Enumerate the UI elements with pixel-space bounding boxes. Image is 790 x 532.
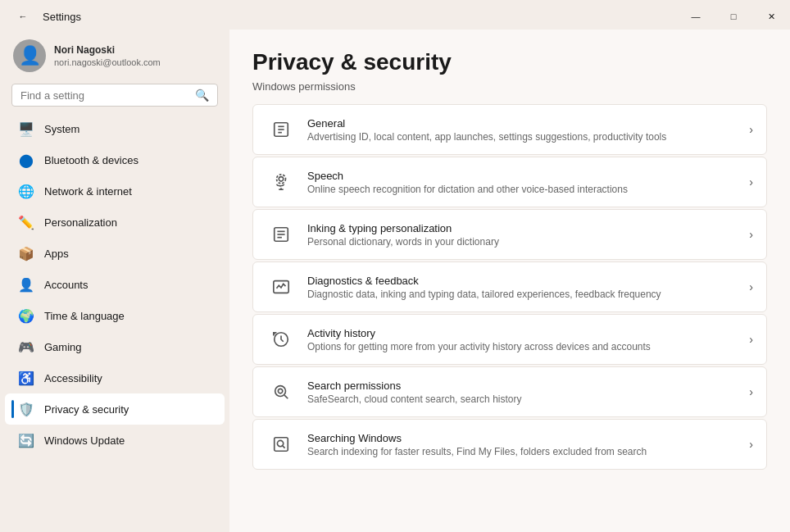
sidebar-nav: 🖥️ System ⬤ Bluetooth & devices 🌐 Networ… bbox=[0, 113, 229, 456]
activity-text: Activity history Options for getting mor… bbox=[307, 327, 738, 352]
general-desc: Advertising ID, local content, app launc… bbox=[307, 131, 738, 143]
diagnostics-title: Diagnostics & feedback bbox=[307, 275, 738, 287]
sidebar-item-accounts[interactable]: 👤 Accounts bbox=[5, 269, 225, 300]
sidebar: 👤 Nori Nagoski nori.nagoski@outlook.com … bbox=[0, 30, 229, 532]
sidebar-item-label: Accessibility bbox=[44, 372, 102, 384]
sidebar-item-apps[interactable]: 📦 Apps bbox=[5, 238, 225, 269]
settings-item-general[interactable]: General Advertising ID, local content, a… bbox=[252, 104, 767, 155]
avatar: 👤 bbox=[13, 39, 46, 72]
apps-icon: 📦 bbox=[18, 245, 34, 261]
update-icon: 🔄 bbox=[18, 432, 34, 448]
svg-rect-18 bbox=[275, 438, 288, 452]
section-label: Windows permissions bbox=[252, 80, 767, 93]
network-icon: 🌐 bbox=[18, 183, 34, 199]
maximize-button[interactable]: □ bbox=[715, 2, 752, 31]
time-icon: 🌍 bbox=[18, 307, 34, 324]
inking-desc: Personal dictionary, words in your dicti… bbox=[307, 236, 738, 248]
speech-icon bbox=[266, 167, 296, 197]
search-perms-title: Search permissions bbox=[307, 380, 738, 392]
sidebar-item-personalization[interactable]: ✏️ Personalization bbox=[5, 207, 225, 238]
activity-icon bbox=[266, 325, 296, 354]
svg-point-15 bbox=[275, 386, 286, 397]
sidebar-item-label: Accounts bbox=[44, 279, 88, 291]
activity-chevron: › bbox=[749, 333, 753, 346]
inking-title: Inking & typing personalization bbox=[307, 222, 738, 234]
svg-point-19 bbox=[277, 440, 283, 446]
user-info: Nori Nagoski nori.nagoski@outlook.com bbox=[54, 44, 161, 67]
svg-point-4 bbox=[279, 177, 284, 182]
privacy-icon: 🛡️ bbox=[18, 401, 34, 417]
activity-desc: Options for getting more from your activ… bbox=[307, 341, 738, 352]
sidebar-item-label: System bbox=[44, 123, 79, 135]
close-icon: ✕ bbox=[768, 11, 775, 22]
speech-chevron: › bbox=[749, 175, 753, 189]
searching-title: Searching Windows bbox=[307, 432, 738, 444]
sidebar-item-system[interactable]: 🖥️ System bbox=[5, 113, 225, 144]
svg-point-5 bbox=[277, 175, 286, 184]
general-icon bbox=[266, 115, 296, 144]
sidebar-item-bluetooth[interactable]: ⬤ Bluetooth & devices bbox=[5, 144, 225, 175]
general-title: General bbox=[307, 117, 738, 130]
settings-item-diagnostics[interactable]: Diagnostics & feedback Diagnostic data, … bbox=[252, 261, 767, 312]
diagnostics-text: Diagnostics & feedback Diagnostic data, … bbox=[307, 275, 738, 300]
settings-item-searching[interactable]: Searching Windows Search indexing for fa… bbox=[252, 419, 767, 470]
searching-icon bbox=[266, 430, 296, 459]
settings-item-activity[interactable]: Activity history Options for getting mor… bbox=[252, 314, 767, 365]
back-button[interactable]: ← bbox=[10, 2, 36, 31]
minimize-icon: — bbox=[692, 11, 701, 21]
sidebar-item-accessibility[interactable]: ♿ Accessibility bbox=[5, 362, 225, 393]
general-text: General Advertising ID, local content, a… bbox=[307, 117, 738, 143]
accessibility-icon: ♿ bbox=[18, 370, 34, 386]
searching-desc: Search indexing for faster results, Find… bbox=[307, 446, 738, 457]
search-perms-chevron: › bbox=[749, 385, 753, 398]
sidebar-item-label: Bluetooth & devices bbox=[44, 154, 138, 166]
settings-item-search-perms[interactable]: Search permissions SafeSearch, cloud con… bbox=[252, 366, 767, 417]
sidebar-item-network[interactable]: 🌐 Network & internet bbox=[5, 175, 225, 207]
diagnostics-chevron: › bbox=[749, 280, 753, 293]
speech-title: Speech bbox=[307, 170, 738, 182]
sidebar-item-privacy[interactable]: 🛡️ Privacy & security bbox=[5, 393, 225, 425]
settings-item-inking[interactable]: Inking & typing personalization Personal… bbox=[252, 209, 767, 260]
general-chevron: › bbox=[749, 123, 753, 136]
maximize-icon: □ bbox=[731, 11, 737, 21]
svg-line-20 bbox=[283, 446, 285, 448]
speech-desc: Online speech recognition for dictation … bbox=[307, 184, 738, 195]
back-icon: ← bbox=[19, 11, 28, 21]
svg-point-17 bbox=[278, 389, 283, 393]
sidebar-item-update[interactable]: 🔄 Windows Update bbox=[5, 425, 225, 456]
sidebar-item-label: Windows Update bbox=[44, 434, 125, 447]
system-icon: 🖥️ bbox=[18, 120, 34, 137]
personalization-icon: ✏️ bbox=[18, 214, 34, 230]
accounts-icon: 👤 bbox=[18, 276, 34, 293]
inking-icon bbox=[266, 220, 296, 249]
speech-text: Speech Online speech recognition for dic… bbox=[307, 170, 738, 195]
page-title: Privacy & security bbox=[252, 49, 767, 75]
search-input[interactable] bbox=[20, 89, 188, 102]
search-box[interactable]: 🔍 bbox=[11, 84, 218, 107]
sidebar-item-label: Privacy & security bbox=[44, 403, 129, 416]
diagnostics-icon bbox=[266, 272, 296, 302]
sidebar-item-label: Personalization bbox=[44, 216, 117, 229]
sidebar-item-label: Network & internet bbox=[44, 185, 132, 198]
settings-list: General Advertising ID, local content, a… bbox=[252, 104, 767, 470]
titlebar-title: Settings bbox=[43, 11, 81, 23]
titlebar-controls: — □ ✕ bbox=[677, 2, 790, 31]
user-email: nori.nagoski@outlook.com bbox=[54, 57, 161, 67]
sidebar-item-time[interactable]: 🌍 Time & language bbox=[5, 300, 225, 331]
sidebar-item-label: Apps bbox=[44, 248, 69, 260]
user-section[interactable]: 👤 Nori Nagoski nori.nagoski@outlook.com bbox=[0, 30, 229, 84]
sidebar-item-gaming[interactable]: 🎮 Gaming bbox=[5, 331, 225, 362]
titlebar-left: ← Settings bbox=[10, 2, 81, 31]
app-body: 👤 Nori Nagoski nori.nagoski@outlook.com … bbox=[0, 30, 790, 532]
search-icon: 🔍 bbox=[195, 89, 209, 102]
sidebar-item-label: Gaming bbox=[44, 341, 82, 353]
close-button[interactable]: ✕ bbox=[752, 2, 790, 31]
minimize-button[interactable]: — bbox=[677, 2, 715, 31]
bluetooth-icon: ⬤ bbox=[18, 152, 34, 168]
main-panel: Privacy & security Windows permissions G… bbox=[229, 30, 790, 532]
user-name: Nori Nagoski bbox=[54, 44, 161, 57]
settings-item-speech[interactable]: Speech Online speech recognition for dic… bbox=[252, 157, 767, 207]
search-perms-desc: SafeSearch, cloud content search, search… bbox=[307, 393, 738, 405]
inking-chevron: › bbox=[749, 228, 753, 241]
activity-title: Activity history bbox=[307, 327, 738, 339]
